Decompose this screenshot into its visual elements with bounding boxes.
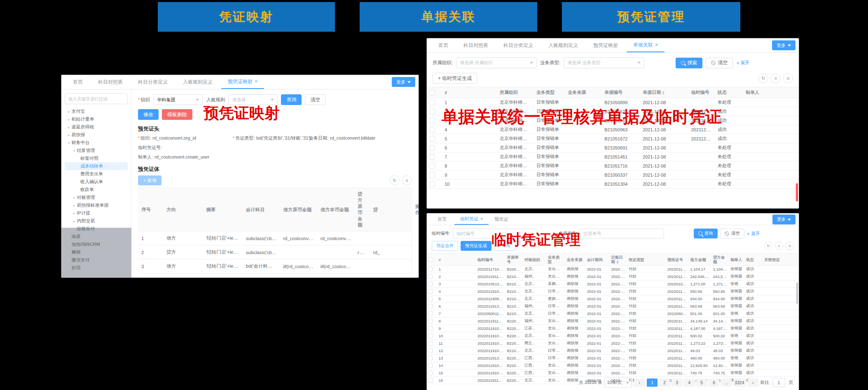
tree-item[interactable]: 收入确认单 xyxy=(65,178,128,186)
vertical-scrollbar[interactable] xyxy=(796,283,798,304)
close-icon[interactable]: × xyxy=(255,79,257,84)
row-checkbox[interactable] xyxy=(428,311,433,316)
more-button[interactable]: 更多 xyxy=(772,215,795,224)
refresh-icon[interactable]: ↻ xyxy=(758,73,768,83)
row-checkbox[interactable] xyxy=(429,109,435,114)
org-select[interactable]: 华科集团 xyxy=(153,94,203,105)
tab[interactable]: 科目对照表 xyxy=(91,75,131,89)
row-checkbox[interactable] xyxy=(428,326,433,331)
refresh-icon[interactable]: ↻ xyxy=(764,242,772,250)
row-checkbox[interactable] xyxy=(428,363,433,368)
row-checkbox[interactable] xyxy=(429,100,435,105)
column-settings-icon[interactable]: ≡ xyxy=(402,175,412,185)
clear-button[interactable]: 清空 xyxy=(720,229,744,238)
tree-item[interactable]: ▸对账管理 xyxy=(65,194,128,201)
page-button[interactable]: 6 xyxy=(709,378,719,387)
type-filter-select[interactable]: 请选择 业务类型 xyxy=(564,57,644,68)
tab[interactable]: 首页 xyxy=(66,75,91,89)
tab[interactable]: 临时凭证× xyxy=(454,213,489,225)
refresh-icon[interactable]: ↻ xyxy=(390,175,400,185)
merge-voucher-button[interactable]: 凭证合并 xyxy=(432,241,458,251)
tree-item[interactable]: ▸微信支付 xyxy=(65,256,128,264)
tree-item[interactable]: ▸内部交易 xyxy=(65,217,128,225)
fullscreen-icon[interactable]: ⊙ xyxy=(783,73,793,83)
edit-button[interactable]: 修改 xyxy=(138,109,159,120)
row-checkbox[interactable] xyxy=(429,136,435,142)
tab[interactable]: 科目分类定义 xyxy=(131,75,176,89)
fullscreen-icon[interactable]: ⊙ xyxy=(786,242,794,250)
tree-item[interactable]: ▸泡泡玛特CRM xyxy=(65,241,128,248)
tree-item[interactable]: 成本结转单 xyxy=(65,162,128,170)
tab[interactable]: 首页 xyxy=(432,38,457,52)
column-settings-icon[interactable]: ≡ xyxy=(771,73,781,83)
tree-item[interactable]: ▸支付宝 xyxy=(65,107,128,115)
close-icon[interactable]: × xyxy=(655,42,658,48)
close-icon[interactable]: × xyxy=(480,216,483,221)
select-all-checkbox[interactable] xyxy=(429,90,435,96)
export-button[interactable]: + 导出 xyxy=(494,241,515,251)
row-checkbox[interactable] xyxy=(428,378,433,383)
row-checkbox[interactable] xyxy=(429,181,435,187)
search-button[interactable]: 搜索 xyxy=(676,58,702,68)
vertical-scrollbar[interactable] xyxy=(796,183,798,201)
tree-item[interactable]: ▸折旧 xyxy=(65,264,128,272)
query-button[interactable]: 查询 xyxy=(281,94,302,105)
row-checkbox[interactable] xyxy=(428,341,433,346)
tree-item[interactable]: ▸应收应付 xyxy=(65,225,128,233)
page-button[interactable]: 1 xyxy=(647,378,657,387)
row-checkbox[interactable] xyxy=(429,145,435,151)
prev-page-button[interactable]: ‹ xyxy=(634,378,645,387)
query-button[interactable]: 查询 xyxy=(694,229,718,238)
tab[interactable]: 预凭证映射 xyxy=(587,38,627,52)
tab[interactable]: 预凭证映射× xyxy=(221,75,264,89)
page-button[interactable]: 3 xyxy=(671,378,682,387)
row-checkbox[interactable] xyxy=(428,274,433,279)
more-button[interactable]: 更多 xyxy=(772,40,795,50)
source-no-input[interactable] xyxy=(580,229,664,238)
rule-select[interactable]: 请选择 xyxy=(228,94,278,105)
row-checkbox[interactable] xyxy=(428,348,433,353)
tree-item[interactable]: ▸易快报标准单据 xyxy=(65,201,128,209)
jump-page-input[interactable]: 1 xyxy=(773,378,785,387)
column-settings-icon[interactable]: ≡ xyxy=(775,242,783,250)
org-filter-select[interactable]: 请选择 所属组织 xyxy=(456,57,537,68)
tab[interactable]: 入账规则定义 xyxy=(542,38,587,52)
sort-icon[interactable] xyxy=(662,91,664,95)
generate-prevoucher-button[interactable]: 预凭证生成 xyxy=(461,241,491,251)
tree-item[interactable]: ▸海鼎 xyxy=(65,233,128,241)
row-checkbox[interactable] xyxy=(429,172,435,178)
clear-button[interactable]: 清空 xyxy=(706,58,733,68)
row-checkbox[interactable] xyxy=(429,163,435,169)
clear-button[interactable]: 清空 xyxy=(305,94,325,105)
tree-filter-input[interactable] xyxy=(65,93,128,104)
row-checkbox[interactable] xyxy=(429,118,435,124)
add-row-button[interactable]: + 新增 xyxy=(138,175,161,185)
row-checkbox[interactable] xyxy=(428,371,433,375)
tree-item[interactable]: 费用支出单 xyxy=(65,170,128,178)
generate-temp-voucher-button[interactable]: + 临时凭证生成 xyxy=(433,73,477,84)
tree-item[interactable]: ▸IP计提 xyxy=(65,209,128,217)
tab[interactable]: 预凭证 xyxy=(489,213,516,225)
tree-item[interactable]: ▾结算管理 xyxy=(65,147,128,154)
select-all-checkbox[interactable] xyxy=(428,257,433,262)
tab[interactable]: 科目对照表 xyxy=(457,38,497,52)
row-checkbox[interactable] xyxy=(428,289,433,294)
row-checkbox[interactable] xyxy=(428,356,433,360)
tree-item[interactable]: ▸摊销 xyxy=(65,248,128,256)
tree-item[interactable]: 收款单 xyxy=(65,186,128,194)
tree-item[interactable]: ▸递延所得税 xyxy=(65,123,128,131)
tab[interactable]: 单据关联× xyxy=(627,38,664,52)
template-delete-button[interactable]: 模板删除 xyxy=(162,109,192,120)
row-checkbox[interactable] xyxy=(428,297,433,301)
row-checkbox[interactable] xyxy=(428,304,433,308)
tab[interactable]: 首页 xyxy=(432,213,454,225)
tree-item[interactable]: ▾财务中台 xyxy=(65,139,128,147)
row-checkbox[interactable] xyxy=(429,154,435,160)
tab[interactable]: 入账规则定义 xyxy=(176,75,221,89)
more-button[interactable]: 更多 xyxy=(392,77,415,87)
page-button[interactable]: 3324 xyxy=(733,378,745,387)
tree-item[interactable]: ▸初始计量单 xyxy=(65,115,128,123)
sort-icon[interactable] xyxy=(616,260,619,264)
expand-link[interactable]: 展开 xyxy=(747,231,760,237)
page-button[interactable]: 2 xyxy=(659,378,670,387)
